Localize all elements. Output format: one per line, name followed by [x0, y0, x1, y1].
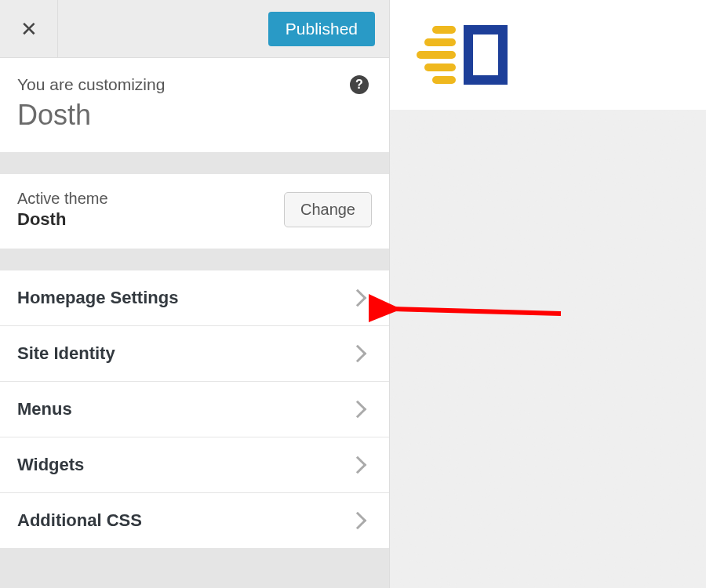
customizing-subtitle: You are customizing [17, 75, 372, 94]
close-button[interactable]: ✕ [0, 0, 58, 57]
close-icon: ✕ [20, 19, 38, 39]
panel-gap [0, 152, 389, 174]
customizer-sidebar: ✕ Published You are customizing Dosth ? … [0, 0, 390, 588]
customizing-panel: You are customizing Dosth ? [0, 58, 389, 152]
logo-letter-icon [464, 25, 508, 85]
menu-item-widgets[interactable]: Widgets [0, 437, 389, 492]
customizing-title: Dosth [17, 99, 372, 132]
menu-item-site-identity[interactable]: Site Identity [0, 325, 389, 381]
theme-text: Active theme Dosth [17, 190, 108, 230]
menu-item-label: Widgets [17, 455, 84, 475]
customizer-menu: Homepage Settings Site Identity Menus Wi… [0, 270, 389, 548]
topbar-spacer [58, 0, 268, 57]
help-icon[interactable]: ? [350, 75, 369, 94]
chevron-right-icon [349, 289, 367, 307]
menu-item-label: Menus [17, 399, 72, 419]
svg-rect-1 [390, 110, 706, 588]
chevron-right-icon [349, 401, 367, 419]
active-theme-label: Active theme [17, 190, 108, 208]
menu-item-label: Homepage Settings [17, 288, 178, 308]
menu-item-additional-css[interactable]: Additional CSS [0, 492, 389, 548]
menu-item-label: Site Identity [17, 343, 115, 364]
active-theme-panel: Active theme Dosth Change [0, 174, 389, 249]
publish-button[interactable]: Published [268, 12, 375, 46]
site-preview [390, 0, 706, 588]
menu-item-label: Additional CSS [17, 510, 142, 531]
site-logo [417, 25, 508, 85]
chevron-right-icon [349, 345, 367, 363]
panel-gap-2 [0, 249, 389, 270]
menu-item-menus[interactable]: Menus [0, 381, 389, 437]
active-theme-name: Dosth [17, 209, 108, 230]
menu-item-homepage-settings[interactable]: Homepage Settings [0, 270, 389, 325]
preview-body [390, 110, 706, 588]
topbar: ✕ Published [0, 0, 389, 58]
chevron-right-icon [349, 512, 367, 530]
change-theme-button[interactable]: Change [284, 192, 372, 227]
chevron-right-icon [349, 456, 367, 474]
logo-bars-icon [417, 26, 456, 84]
preview-header [390, 0, 706, 110]
texture-background [390, 110, 706, 588]
